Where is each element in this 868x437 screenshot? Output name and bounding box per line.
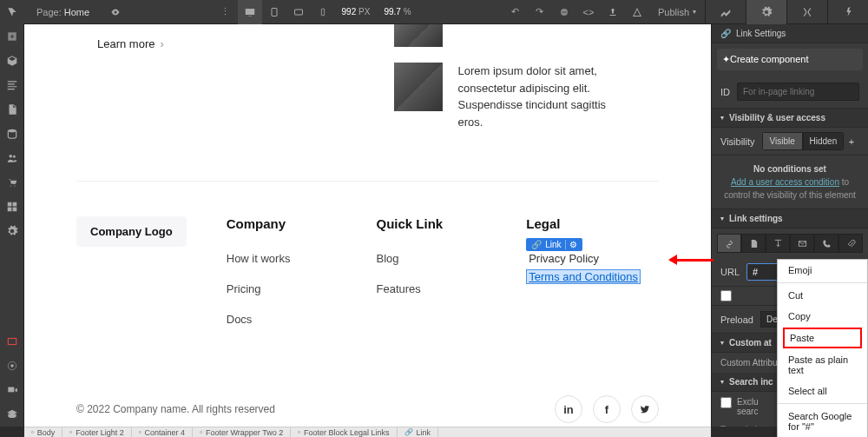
users-icon[interactable] bbox=[0, 146, 24, 170]
footer-link[interactable]: Docs bbox=[227, 313, 359, 326]
footer-link[interactable]: Features bbox=[377, 282, 510, 295]
settings-left-icon[interactable] bbox=[0, 219, 24, 243]
preload-label: Preload bbox=[720, 315, 753, 325]
cms-icon[interactable] bbox=[0, 122, 24, 146]
breadcrumb-item[interactable]: ▫Footer Light 2 bbox=[62, 427, 131, 437]
lorem-text: Lorem ipsum dolor sit amet, consectetur … bbox=[458, 63, 632, 130]
undo-icon[interactable]: ↶ bbox=[503, 0, 528, 24]
link-settings-section[interactable]: ▾Link settings bbox=[712, 209, 868, 228]
cube-icon[interactable] bbox=[0, 49, 24, 73]
link-icon: 🔗 bbox=[720, 29, 731, 38]
redo-icon[interactable]: ↷ bbox=[528, 0, 552, 24]
facebook-icon[interactable]: f bbox=[593, 395, 621, 423]
tutorials-icon[interactable] bbox=[0, 402, 24, 427]
svg-rect-16 bbox=[13, 208, 17, 212]
url-label: URL bbox=[720, 267, 740, 277]
navigator-icon[interactable] bbox=[0, 73, 24, 97]
id-input[interactable] bbox=[737, 83, 859, 101]
footer-link[interactable]: Blog bbox=[377, 252, 510, 265]
interactions-tab-icon[interactable] bbox=[786, 0, 827, 24]
breadcrumb-item[interactable]: ▫Footer Block Legal Links bbox=[291, 427, 397, 437]
audit-bottom-icon[interactable] bbox=[0, 354, 24, 378]
divider bbox=[76, 181, 659, 182]
visible-option[interactable]: Visible bbox=[762, 132, 803, 150]
visibility-toggle[interactable]: Visible Hidden bbox=[762, 132, 844, 150]
visibility-header[interactable]: ▾Visibility & user access bbox=[712, 109, 868, 128]
export-icon[interactable] bbox=[601, 0, 625, 24]
annotation-arrow bbox=[670, 259, 713, 262]
desktop-view-icon[interactable] bbox=[238, 0, 262, 24]
breadcrumb-item[interactable]: 🔗Link bbox=[398, 427, 439, 437]
ctx-emoji[interactable]: Emoji bbox=[778, 260, 867, 281]
footer-link[interactable]: Pricing bbox=[227, 282, 359, 295]
help-icon[interactable] bbox=[0, 378, 24, 402]
audit-icon[interactable] bbox=[625, 0, 649, 24]
canvas-zoom[interactable]: 99.7 % bbox=[377, 7, 418, 17]
id-label: ID bbox=[720, 87, 730, 97]
style-tab-icon[interactable] bbox=[705, 0, 746, 24]
footer-link[interactable]: How it works bbox=[227, 252, 359, 265]
url-tab-icon[interactable] bbox=[717, 234, 741, 253]
file-tab-icon[interactable] bbox=[838, 234, 863, 253]
footer-link-privacy[interactable]: Privacy PPrivacy Policy bbox=[526, 252, 659, 265]
ctx-paste-plain[interactable]: Paste as plain text bbox=[778, 349, 867, 381]
pages-icon[interactable] bbox=[0, 97, 24, 122]
webflow-logo-icon[interactable] bbox=[0, 0, 24, 24]
twitter-icon[interactable] bbox=[631, 395, 659, 423]
ctx-cut[interactable]: Cut bbox=[778, 285, 867, 306]
email-tab-icon[interactable] bbox=[790, 234, 814, 253]
hidden-option[interactable]: Hidden bbox=[803, 132, 844, 150]
comments-icon[interactable] bbox=[552, 0, 576, 24]
gear-icon[interactable]: ⚙ bbox=[565, 240, 577, 249]
col-head-company: Company bbox=[227, 216, 359, 231]
svg-point-11 bbox=[10, 155, 13, 158]
assets-icon[interactable] bbox=[0, 195, 24, 219]
add-condition-link[interactable]: Add a user access condition bbox=[731, 177, 839, 187]
col-head-legal: Legal bbox=[526, 216, 659, 231]
more-icon[interactable]: ⋮ bbox=[214, 0, 238, 24]
create-component-button[interactable]: ✦Create component bbox=[717, 49, 863, 70]
svg-rect-3 bbox=[294, 10, 302, 15]
add-icon[interactable]: + bbox=[844, 136, 859, 147]
canvas-width[interactable]: 992 PX bbox=[335, 7, 378, 17]
preview-eye-icon[interactable] bbox=[103, 0, 128, 24]
exclude-checkbox[interactable] bbox=[720, 397, 732, 408]
ctx-search-google[interactable]: Search Google for "#" bbox=[778, 406, 867, 437]
page-tab-icon[interactable] bbox=[741, 234, 766, 253]
chevron-right-icon: › bbox=[160, 37, 163, 50]
breadcrumb-item[interactable]: ▫Footer Wrapper Two 2 bbox=[193, 427, 291, 437]
publish-button[interactable]: Publish ▾ bbox=[649, 7, 705, 17]
new-tab-checkbox[interactable] bbox=[720, 290, 732, 301]
company-logo: Company Logo bbox=[76, 216, 187, 247]
video-icon[interactable] bbox=[0, 329, 24, 354]
svg-rect-17 bbox=[8, 339, 16, 345]
ctx-select-all[interactable]: Select all bbox=[778, 381, 867, 401]
add-element-icon[interactable] bbox=[0, 24, 24, 49]
conditions-info: No conditions set Add a user access cond… bbox=[712, 156, 868, 209]
social-icons: in f bbox=[555, 395, 659, 423]
context-menu: Emoji Cut Copy Paste Paste as plain text… bbox=[777, 259, 868, 437]
canvas-wrap: Learn more› Lorem ipsum dolor sit amet, … bbox=[24, 24, 711, 427]
breadcrumb-item[interactable]: ▫Body bbox=[24, 427, 62, 437]
section-tab-icon[interactable] bbox=[766, 234, 790, 253]
breadcrumb-item[interactable]: ▫Container 4 bbox=[132, 427, 193, 437]
link-type-tabs bbox=[712, 228, 868, 258]
ecommerce-icon[interactable] bbox=[0, 170, 24, 195]
design-canvas[interactable]: Learn more› Lorem ipsum dolor sit amet, … bbox=[24, 24, 711, 427]
linkedin-icon[interactable]: in bbox=[555, 395, 582, 423]
code-icon[interactable]: <> bbox=[576, 0, 601, 24]
phone-tab-icon[interactable] bbox=[814, 234, 838, 253]
footer-columns: Company Logo Company How it works Pricin… bbox=[76, 216, 659, 343]
learn-more-link[interactable]: Learn more› bbox=[97, 37, 342, 50]
effects-tab-icon[interactable] bbox=[827, 0, 868, 24]
element-badge[interactable]: 🔗 Link ⚙ bbox=[526, 238, 582, 251]
tablet-landscape-icon[interactable] bbox=[286, 0, 311, 24]
ctx-paste[interactable]: Paste bbox=[783, 328, 862, 348]
tablet-view-icon[interactable] bbox=[262, 0, 286, 24]
mobile-view-icon[interactable] bbox=[311, 0, 335, 24]
breadcrumb: ▫Body ▫Footer Light 2 ▫Container 4 ▫Foot… bbox=[24, 427, 711, 437]
svg-point-6 bbox=[562, 11, 563, 13]
ctx-copy[interactable]: Copy bbox=[778, 306, 867, 327]
settings-tab-icon[interactable] bbox=[746, 0, 786, 24]
footer-link-terms-selected[interactable]: Terms and Conditions bbox=[526, 269, 641, 284]
